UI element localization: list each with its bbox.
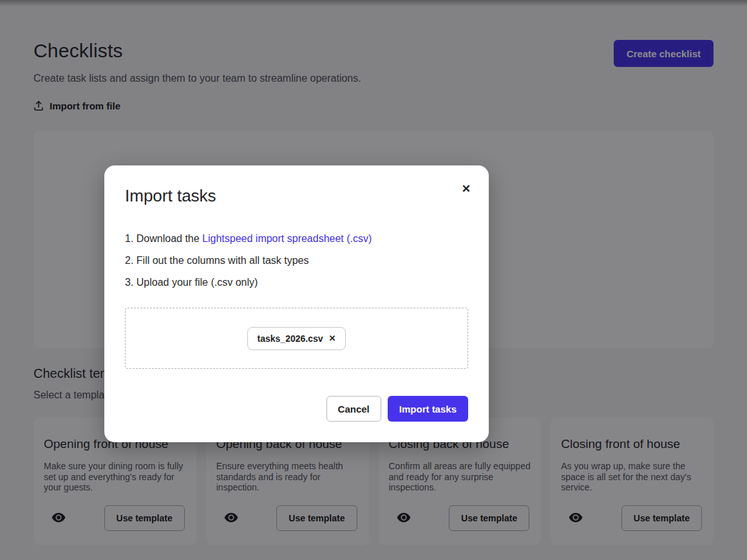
modal-title: Import tasks bbox=[125, 186, 468, 206]
cancel-button[interactable]: Cancel bbox=[326, 396, 381, 422]
import-step-1: 1. Download the Lightspeed import spread… bbox=[125, 233, 468, 245]
import-step-3: 3. Upload your file (.csv only) bbox=[125, 277, 468, 288]
spreadsheet-download-link[interactable]: Lightspeed import spreadsheet (.csv) bbox=[202, 233, 372, 244]
import-tasks-button[interactable]: Import tasks bbox=[388, 396, 468, 422]
modal-footer: Cancel Import tasks bbox=[125, 396, 468, 422]
step-number: 1. bbox=[125, 233, 133, 244]
uploaded-file-chip: tasks_2026.csv ✕ bbox=[247, 327, 346, 350]
step-text: Upload your file (.csv only) bbox=[137, 277, 258, 288]
import-tasks-modal: Import tasks ✕ 1. Download the Lightspee… bbox=[104, 165, 489, 442]
file-drop-area[interactable]: tasks_2026.csv ✕ bbox=[125, 308, 468, 369]
close-icon[interactable]: ✕ bbox=[462, 183, 471, 194]
import-step-2: 2. Fill out the columns with all task ty… bbox=[125, 255, 468, 266]
step-text: Download the bbox=[137, 233, 202, 244]
remove-file-icon[interactable]: ✕ bbox=[329, 334, 336, 342]
step-number: 3. bbox=[125, 277, 133, 288]
uploaded-file-name: tasks_2026.csv bbox=[258, 333, 323, 344]
step-number: 2. bbox=[125, 255, 133, 266]
import-steps: 1. Download the Lightspeed import spread… bbox=[125, 233, 468, 288]
step-text: Fill out the columns with all task types bbox=[137, 255, 309, 266]
